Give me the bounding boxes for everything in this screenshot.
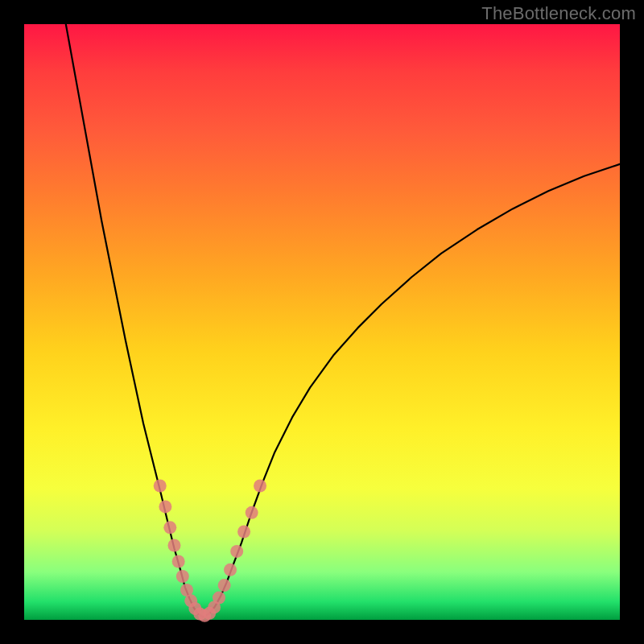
marker-point xyxy=(246,506,258,519)
marker-point xyxy=(167,539,180,552)
marker-point xyxy=(224,564,237,576)
marker-point xyxy=(218,579,231,592)
marker-point xyxy=(254,480,266,493)
marker-point xyxy=(213,592,225,605)
chart-stage: TheBottleneck.com xyxy=(0,0,644,644)
watermark-text: TheBottleneck.com xyxy=(481,3,636,24)
series-left-branch xyxy=(66,24,203,617)
marker-point xyxy=(176,570,189,583)
marker-point xyxy=(237,525,250,538)
marker-point xyxy=(172,555,185,568)
marker-point xyxy=(163,521,176,534)
marker-point xyxy=(154,480,167,493)
curve-lines xyxy=(66,24,620,617)
plot-area xyxy=(24,24,620,620)
marker-point xyxy=(159,500,171,513)
marker-points xyxy=(154,480,266,622)
chart-svg xyxy=(24,24,620,620)
marker-point xyxy=(230,545,243,558)
series-right-branch xyxy=(203,164,620,617)
